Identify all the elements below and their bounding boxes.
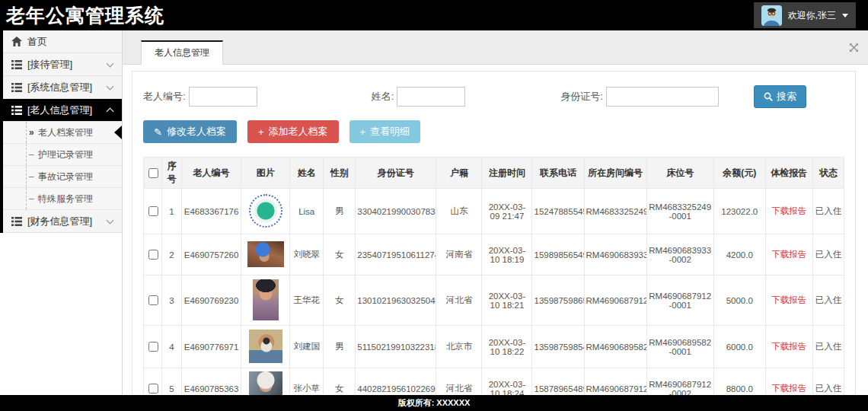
cell-gender: 女 [324,276,356,326]
view-detail-label: 查看明细 [370,125,410,139]
sidebar-subitem-accident-records[interactable]: – 事故记录管理 [3,166,122,188]
cell-report: 下载报告 [765,234,812,276]
search-button-label: 搜索 [777,90,796,104]
cell-room: RM4690687912 [584,276,646,326]
view-detail-button[interactable]: + 查看明细 [349,120,421,143]
column-header: 序号 [162,158,182,189]
content-area: 老人信息管理 老人编号: 姓名: 身份证号: [123,30,868,395]
cell-select [144,189,162,234]
sidebar-item-label: [老人信息管理] [27,99,102,121]
cell-name: 王华花 [290,276,324,326]
download-report-link[interactable]: 下载报告 [771,384,806,393]
cell-gender: 女 [324,368,356,396]
cell-bed: RM4690683933-0002 [646,234,713,276]
cell-phone: 15989856549 [532,234,584,276]
plus-icon: + [258,127,264,137]
sidebar-item-home[interactable]: 首页 [3,30,122,53]
modify-record-button[interactable]: ✎ 修改老人档案 [143,120,237,143]
cell-seq: 2 [162,234,182,276]
content-panel: 老人编号: 姓名: 身份证号: 搜索 [132,71,856,395]
cell-select [144,234,162,276]
sidebar-item-system-info[interactable]: [系统信息管理] [3,76,122,99]
magnifier-icon [764,92,773,101]
add-record-button[interactable]: + 添加老人档案 [247,120,339,143]
sidebar: 首页 [接待管理] [系统信息管理] [老人信息管理 [0,30,123,395]
name-input[interactable] [397,87,465,107]
add-record-label: 添加老人档案 [269,125,328,139]
tab-elder-info[interactable]: 老人信息管理 [141,40,223,65]
expand-icon[interactable] [849,43,859,53]
id-card-label: 身份证号: [560,90,603,104]
cell-report: 下载报告 [765,368,812,396]
photo-sunglasses-man-image [249,330,282,363]
sidebar-item-elder-info[interactable]: [老人信息管理] [3,99,122,122]
cell-photo [241,189,290,234]
cell-elder_id: E4690776971 [182,326,241,368]
column-header: 联系电话 [532,158,584,189]
table-row: 4E4690776971刘建国男511502199103223189北京市20X… [144,326,844,368]
cell-bed: RM4690689582-0001 [646,326,713,368]
cell-phone: 13598759854 [532,326,584,368]
cell-balance: 6000.0 [713,326,765,368]
cell-name: 刘晓翠 [290,234,324,276]
sidebar-subitem-label: 事故记录管理 [38,171,93,182]
cell-photo [241,368,290,396]
column-header: 户籍 [436,158,482,189]
column-header: 图片 [241,158,290,189]
sidebar-subitem-label: 特殊服务管理 [38,193,93,204]
tree-dash: – [29,144,34,165]
download-report-link[interactable]: 下载报告 [771,206,806,215]
row-checkbox[interactable] [148,295,158,305]
cell-select [144,368,162,396]
cell-status: 已入住 [812,234,844,276]
cell-status: 已入住 [812,326,844,368]
download-report-link[interactable]: 下载报告 [771,342,806,351]
edit-icon: ✎ [154,127,162,137]
cell-phone: 13598759865 [532,276,584,326]
column-header: 所在房间编号 [584,158,646,189]
sidebar-item-reception[interactable]: [接待管理] [3,53,122,76]
download-report-link[interactable]: 下载报告 [771,295,806,304]
column-header: 状态 [812,158,844,189]
cell-seq: 4 [162,326,182,368]
column-header: 姓名 [290,158,324,189]
sidebar-item-finance-info[interactable]: [财务信息管理] [3,210,122,233]
cell-name: Lisa [290,189,324,234]
cell-origin: 北京市 [436,326,482,368]
column-header: 余额(元) [713,158,765,189]
sidebar-subitem-special-services[interactable]: – 特殊服务管理 [3,188,122,210]
cell-status: 已入住 [812,368,844,396]
row-checkbox[interactable] [148,342,158,352]
tree-dash: – [29,166,34,187]
cell-report: 下载报告 [765,189,812,234]
select-all-checkbox[interactable] [148,168,158,178]
cell-balance: 8800.0 [713,368,765,396]
cell-report: 下载报告 [765,276,812,326]
cell-reg_time: 20XX-03-10 18:24 [482,368,532,396]
id-card-input[interactable] [606,87,719,107]
copyright-text: 版权所有: XXXXXX [398,398,471,407]
logo-circle-image [249,194,282,228]
row-checkbox[interactable] [148,250,158,260]
cell-elder_id: E4690769230 [182,276,241,326]
tab-bar: 老人信息管理 [123,30,868,65]
app-root: 老年公寓管理系统 欢迎你,张三 首页 [0,0,868,411]
elder-id-input[interactable] [189,87,257,107]
column-header: 床位号 [646,158,713,189]
cell-status: 已入住 [812,189,844,234]
sidebar-subitem-elder-archive[interactable]: » 老人档案管理 [3,122,122,144]
photo-blue-cap-image [247,241,284,267]
user-menu[interactable]: 欢迎你,张三 [754,2,856,28]
sidebar-subitem-label: 护理记录管理 [38,149,93,160]
plus-icon: + [360,127,366,137]
cell-photo [241,276,290,326]
row-checkbox[interactable] [148,384,158,393]
search-button[interactable]: 搜索 [754,85,806,108]
sidebar-subitem-label: 老人档案管理 [38,127,93,138]
cell-elder_id: E4690757260 [182,234,241,276]
download-report-link[interactable]: 下载报告 [771,250,806,259]
cell-name: 刘建国 [290,326,324,368]
tree-dash: – [29,188,34,209]
sidebar-subitem-nursing-records[interactable]: – 护理记录管理 [3,144,122,166]
row-checkbox[interactable] [148,206,158,216]
